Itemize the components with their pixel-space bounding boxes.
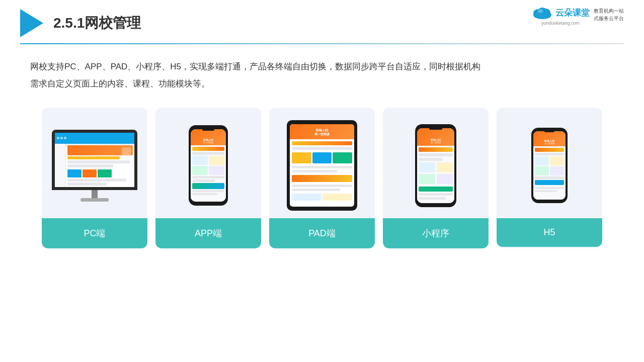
pad-tablet-icon: 职场人的第一堂网课 xyxy=(287,120,357,211)
pad-image-area: 职场人的第一堂网课 xyxy=(269,108,375,218)
miniapp-phone-icon: 职场人的 第一堂网课 xyxy=(415,124,456,207)
brand-name: 云朵课堂 xyxy=(555,7,590,19)
app-label: APP端 xyxy=(155,218,261,248)
app-card: 职场人的 第一堂网课 xyxy=(155,108,261,248)
description-text: 网校支持PC、APP、PAD、小程序、H5，实现多端打通，产品各终端自由切换，数… xyxy=(0,44,644,93)
pad-label: PAD端 xyxy=(269,218,375,248)
brand-tagline: 教育机构一站 式服务云平台 xyxy=(594,5,624,22)
pc-card: PC端 xyxy=(42,108,147,248)
page-header: 2.5.1网校管理 云朵课堂 yunduoketang.com 教育机构一站 式… xyxy=(0,0,644,37)
pad-card: 职场人的第一堂网课 xyxy=(269,108,375,248)
cards-container: PC端 职场人的 第一堂网课 xyxy=(0,93,644,248)
miniapp-image-area: 职场人的 第一堂网课 xyxy=(383,108,489,218)
page-title: 2.5.1网校管理 xyxy=(53,14,141,33)
miniapp-card: 职场人的 第一堂网课 xyxy=(383,108,489,248)
pc-image-area xyxy=(42,108,147,218)
h5-card: 职场人的 第一堂网课 xyxy=(497,108,602,248)
miniapp-label: 小程序 xyxy=(383,218,489,248)
h5-label: H5 xyxy=(497,218,602,247)
logo-triangle-icon xyxy=(20,9,43,37)
cloud-icon xyxy=(531,5,553,20)
h5-image-area: 职场人的 第一堂网课 xyxy=(497,108,602,218)
svg-point-4 xyxy=(538,9,543,13)
h5-phone-icon: 职场人的 第一堂网课 xyxy=(531,128,568,203)
pc-monitor-icon xyxy=(52,130,137,202)
pc-label: PC端 xyxy=(42,218,147,248)
app-phone-icon: 职场人的 第一堂网课 xyxy=(189,125,228,206)
brand-url: yunduoketang.com xyxy=(541,21,580,26)
app-image-area: 职场人的 第一堂网课 xyxy=(155,108,261,218)
brand-logo: 云朵课堂 yunduoketang.com 教育机构一站 式服务云平台 xyxy=(531,5,624,26)
